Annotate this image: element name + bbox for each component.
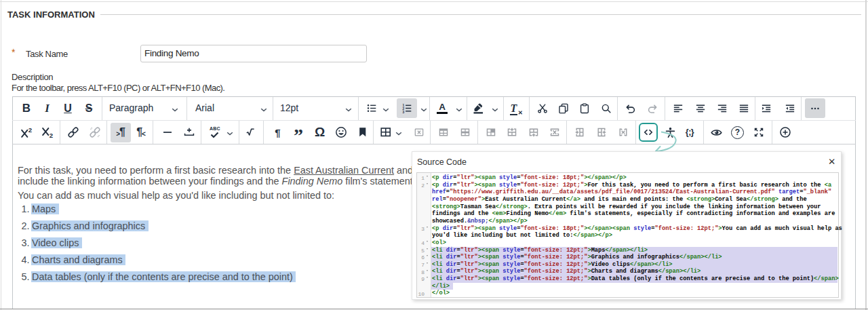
svg-text:2: 2 xyxy=(402,107,404,111)
svg-text:2: 2 xyxy=(28,126,32,134)
svg-text:2: 2 xyxy=(49,132,52,139)
svg-text:1: 1 xyxy=(402,104,404,107)
svg-text:3: 3 xyxy=(402,111,404,114)
